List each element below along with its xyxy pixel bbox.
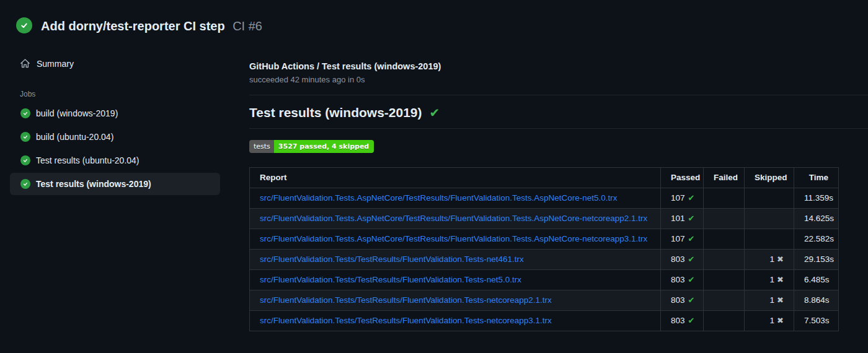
skipped-cell: 1✖ — [745, 250, 794, 270]
column-header-failed: Failed — [704, 168, 745, 188]
pass-check-icon: ✔ — [688, 295, 695, 305]
table-row: src/FluentValidation.Tests.AspNetCore/Te… — [250, 188, 839, 209]
passed-cell: 803✔ — [661, 290, 704, 311]
skipped-cell — [745, 209, 794, 229]
report-link[interactable]: src/FluentValidation.Tests/TestResults/F… — [260, 316, 552, 325]
job-check-circle-icon — [20, 179, 30, 189]
passed-cell: 803✔ — [661, 311, 704, 331]
column-header-passed: Passed — [661, 168, 704, 188]
time-cell: 7.503s — [794, 311, 839, 331]
job-check-circle-icon — [20, 132, 30, 142]
tests-badge-label: tests — [249, 140, 274, 153]
report-link[interactable]: src/FluentValidation.Tests/TestResults/F… — [260, 295, 552, 305]
run-title-wrap: Add dorny/test-reporter CI step CI #6 — [41, 19, 262, 33]
skipped-cell — [745, 188, 794, 209]
table-row: src/FluentValidation.Tests/TestResults/F… — [250, 311, 839, 331]
time-cell: 6.485s — [794, 270, 839, 290]
skip-cross-icon: ✖ — [777, 316, 784, 325]
skip-cross-icon: ✖ — [777, 275, 784, 284]
skip-cross-icon: ✖ — [777, 255, 784, 264]
skipped-cell — [745, 229, 794, 250]
job-check-circle-icon — [20, 155, 30, 165]
report-link[interactable]: src/FluentValidation.Tests/TestResults/F… — [260, 275, 521, 284]
pass-check-icon: ✔ — [688, 255, 695, 264]
sidebar-job-item[interactable]: Test results (windows-2019) — [10, 173, 220, 195]
passed-cell: 803✔ — [661, 270, 704, 290]
table-row: src/FluentValidation.Tests/TestResults/F… — [250, 270, 839, 290]
skipped-cell: 1✖ — [745, 270, 794, 290]
divider — [249, 128, 868, 129]
failed-cell — [704, 229, 745, 250]
column-header-report: Report — [250, 168, 661, 188]
failed-cell — [704, 270, 745, 290]
section-title: Test results (windows-2019) — [249, 105, 422, 121]
time-cell: 11.359s — [794, 188, 839, 209]
time-cell: 8.864s — [794, 290, 839, 311]
job-item-label: Test results (ubuntu-20.04) — [36, 155, 140, 165]
run-title: Add dorny/test-reporter CI step — [41, 19, 225, 33]
pass-check-icon: ✔ — [688, 275, 695, 284]
pass-check-icon: ✔ — [688, 234, 695, 243]
time-cell: 29.153s — [794, 250, 839, 270]
skipped-cell: 1✖ — [745, 290, 794, 311]
job-item-label: Test results (windows-2019) — [36, 179, 151, 189]
table-row: src/FluentValidation.Tests.AspNetCore/Te… — [250, 209, 839, 229]
pass-check-icon: ✔ — [688, 214, 695, 223]
failed-cell — [704, 188, 745, 209]
tests-badge-value: 3527 passed, 4 skipped — [274, 140, 374, 153]
table-row: src/FluentValidation.Tests/TestResults/F… — [250, 250, 839, 270]
pass-check-icon: ✔ — [688, 316, 695, 325]
column-header-skipped: Skipped — [745, 168, 794, 188]
skipped-cell: 1✖ — [745, 311, 794, 331]
check-run-title: GitHub Actions / Test results (windows-2… — [249, 61, 868, 71]
skip-cross-icon: ✖ — [777, 295, 784, 305]
check-run-status: succeeded 42 minutes ago in 0s — [249, 75, 868, 84]
table-row: src/FluentValidation.Tests.AspNetCore/Te… — [250, 229, 839, 250]
job-item-label: build (ubuntu-20.04) — [36, 132, 113, 142]
passed-cell: 803✔ — [661, 250, 704, 270]
time-cell: 22.582s — [794, 229, 839, 250]
sidebar-job-item[interactable]: Test results (ubuntu-20.04) — [10, 149, 220, 172]
sidebar-job-item[interactable]: build (windows-2019) — [10, 102, 220, 124]
report-link[interactable]: src/FluentValidation.Tests.AspNetCore/Te… — [260, 193, 618, 203]
table-header-row: Report Passed Failed Skipped Time — [250, 168, 839, 188]
sidebar-item-summary[interactable]: Summary — [10, 53, 220, 74]
sidebar-summary-label: Summary — [37, 59, 74, 69]
section-heading: Test results (windows-2019) ✔ — [249, 105, 868, 121]
results-table: Report Passed Failed Skipped Time src/Fl… — [249, 167, 839, 331]
report-link[interactable]: src/FluentValidation.Tests/TestResults/F… — [260, 255, 524, 264]
run-number: CI #6 — [232, 19, 262, 33]
divider — [249, 95, 868, 95]
report-link[interactable]: src/FluentValidation.Tests.AspNetCore/Te… — [260, 234, 647, 243]
failed-cell — [704, 290, 745, 311]
run-status-check-circle-icon — [16, 17, 32, 33]
jobs-list: build (windows-2019) build (ubuntu-20.04… — [0, 102, 248, 195]
job-item-label: build (windows-2019) — [36, 108, 118, 118]
time-cell: 14.625s — [794, 209, 839, 229]
sidebar: Summary Jobs build (windows-2019) build … — [0, 43, 248, 353]
results-table-body: src/FluentValidation.Tests.AspNetCore/Te… — [250, 188, 839, 331]
home-icon — [20, 58, 30, 69]
tests-badge: tests 3527 passed, 4 skipped — [249, 140, 374, 153]
failed-cell — [704, 311, 745, 331]
sidebar-job-item[interactable]: build (ubuntu-20.04) — [10, 126, 220, 148]
passed-cell: 107✔ — [661, 188, 704, 209]
check-icon: ✔ — [430, 105, 440, 121]
main-content: GitHub Actions / Test results (windows-2… — [249, 43, 868, 353]
table-row: src/FluentValidation.Tests/TestResults/F… — [250, 290, 839, 311]
passed-cell: 107✔ — [661, 229, 704, 250]
column-header-time: Time — [794, 168, 839, 188]
report-link[interactable]: src/FluentValidation.Tests.AspNetCore/Te… — [260, 214, 647, 223]
job-check-circle-icon — [20, 108, 30, 118]
passed-cell: 101✔ — [661, 209, 704, 229]
run-header: Add dorny/test-reporter CI step CI #6 — [0, 0, 868, 43]
failed-cell — [704, 250, 745, 270]
failed-cell — [704, 209, 745, 229]
pass-check-icon: ✔ — [688, 193, 695, 203]
jobs-section-label: Jobs — [20, 90, 248, 98]
